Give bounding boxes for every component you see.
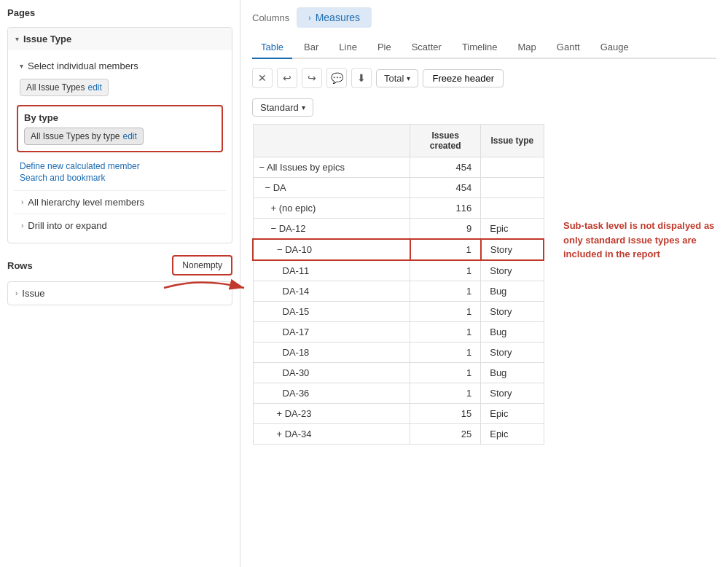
row-label-cell: − DA-12	[253, 219, 410, 240]
cancel-icon[interactable]: ✕	[252, 68, 273, 88]
row-type-cell: Bug	[481, 322, 544, 343]
download-icon[interactable]: ⬇	[351, 68, 372, 88]
measures-arrow-icon: ›	[308, 14, 310, 22]
issue-type-chevron: ▾	[15, 35, 19, 43]
rows-section: Rows Nonempty › Issue	[7, 255, 232, 305]
select-members-chevron: ▾	[20, 62, 23, 70]
main-content: Columns › Measures Table Bar Line Pie Sc…	[240, 0, 728, 567]
select-members-label: Select individual members	[28, 60, 138, 71]
by-type-edit-link[interactable]: edit	[123, 131, 137, 141]
chart-tabs: Table Bar Line Pie Scatter Timeline Map …	[252, 36, 716, 59]
columns-label: Columns	[252, 12, 289, 23]
tab-gantt[interactable]: Gantt	[548, 36, 589, 59]
row-label-cell: DA-15	[253, 302, 410, 322]
pages-title: Pages	[7, 7, 232, 18]
row-type-cell	[481, 157, 544, 178]
issue-label: Issue	[22, 288, 44, 299]
row-label-cell: DA-18	[253, 343, 410, 363]
tab-pie[interactable]: Pie	[369, 36, 400, 59]
row-type-cell: Epic	[481, 219, 544, 240]
columns-section: Columns › Measures	[252, 7, 716, 28]
define-link[interactable]: Define new calculated member	[20, 161, 220, 171]
table-row: + DA-2315Epic	[253, 404, 544, 424]
hierarchy-row[interactable]: › All hierarchy level members	[14, 190, 226, 214]
row-label-cell: DA-14	[253, 281, 410, 302]
drill-row[interactable]: › Drill into or expand	[14, 214, 226, 237]
all-issue-types-text: All Issue Types	[26, 82, 85, 93]
row-label-cell: DA-36	[253, 383, 410, 404]
standard-label: Standard	[260, 102, 299, 113]
rows-header: Rows Nonempty	[7, 255, 232, 275]
all-issue-types-btn[interactable]: All Issue Types edit	[20, 79, 109, 96]
table-row: DA-151Story	[253, 302, 544, 322]
row-value-cell: 1	[410, 322, 481, 343]
total-arrow-icon: ▾	[407, 74, 410, 82]
row-value-cell: 1	[410, 239, 481, 260]
comment-icon[interactable]: 💬	[326, 68, 347, 88]
measures-label: Measures	[316, 12, 360, 23]
row-type-cell: Story	[481, 302, 544, 322]
row-value-cell: 1	[410, 363, 481, 383]
toolbar: ✕ ↩ ↪ 💬 ⬇ Total ▾ Freeze header	[252, 65, 716, 91]
table-row: DA-181Story	[253, 343, 544, 363]
issue-chevron: ›	[15, 289, 17, 297]
row-label-cell: + DA-34	[253, 424, 410, 445]
tab-scatter[interactable]: Scatter	[403, 36, 450, 59]
by-type-box: By type All Issue Types by type edit	[17, 105, 223, 152]
table-row: DA-301Bug	[253, 363, 544, 383]
row-label-cell: − All Issues by epics	[253, 157, 410, 178]
undo-icon[interactable]: ↩	[277, 68, 297, 88]
tab-table[interactable]: Table	[252, 36, 292, 59]
col-header-empty	[253, 125, 410, 157]
row-type-cell: Story	[481, 260, 544, 281]
row-type-cell: Bug	[481, 363, 544, 383]
table-annotation-area: Issues created Issue type − All Issues b…	[252, 124, 716, 445]
table-container: Issues created Issue type − All Issues b…	[252, 124, 544, 445]
columns-header: Columns › Measures	[252, 7, 716, 28]
measures-tag[interactable]: › Measures	[297, 7, 372, 28]
pages-section: Pages	[7, 7, 232, 18]
define-links: Define new calculated member Search and …	[14, 158, 226, 190]
search-link[interactable]: Search and bookmark	[20, 173, 220, 183]
freeze-header-button[interactable]: Freeze header	[423, 69, 504, 87]
select-members-row[interactable]: ▾ Select individual members	[14, 56, 226, 76]
redo-icon[interactable]: ↪	[302, 68, 322, 88]
annotation-text: Sub-task level is not dispalyed as only …	[563, 219, 724, 262]
row-value-cell: 25	[410, 424, 481, 445]
tab-map[interactable]: Map	[509, 36, 545, 59]
row-label-cell: − DA-10	[253, 239, 410, 260]
table-row: DA-361Story	[253, 383, 544, 404]
table-row: − DA-129Epic	[253, 219, 544, 240]
by-type-btn[interactable]: All Issue Types by type edit	[24, 128, 144, 145]
tab-bar[interactable]: Bar	[295, 36, 327, 59]
row-label-cell: DA-30	[253, 363, 410, 383]
row-type-cell: Story	[481, 239, 544, 260]
table-row: + (no epic)116	[253, 198, 544, 219]
row-type-cell: Bug	[481, 281, 544, 302]
row-value-cell: 15	[410, 404, 481, 424]
row-value-cell: 9	[410, 219, 481, 240]
total-dropdown[interactable]: Total ▾	[376, 69, 418, 87]
issue-type-panel: ▾ Issue Type ▾ Select individual members…	[7, 27, 232, 243]
table-row: DA-111Story	[253, 260, 544, 281]
issue-type-label: Issue Type	[23, 34, 71, 44]
row-type-cell: Story	[481, 343, 544, 363]
by-type-btn-text: All Issue Types by type	[31, 131, 120, 141]
hierarchy-chevron: ›	[21, 198, 23, 206]
nonempty-button[interactable]: Nonempty	[172, 255, 232, 275]
row-value-cell: 1	[410, 383, 481, 404]
tab-timeline[interactable]: Timeline	[453, 36, 506, 59]
issue-row[interactable]: › Issue	[7, 281, 232, 305]
all-issue-types-edit-link[interactable]: edit	[87, 82, 101, 93]
row-label-cell: − DA	[253, 178, 410, 198]
row-label-cell: + (no epic)	[253, 198, 410, 219]
issue-type-header[interactable]: ▾ Issue Type	[8, 28, 232, 50]
hierarchy-label: All hierarchy level members	[28, 197, 144, 208]
row-value-cell: 116	[410, 198, 481, 219]
tab-line[interactable]: Line	[330, 36, 366, 59]
standard-dropdown[interactable]: Standard ▾	[252, 98, 313, 117]
rows-title: Rows	[7, 260, 33, 271]
total-label: Total	[384, 73, 404, 84]
data-table: Issues created Issue type − All Issues b…	[252, 124, 544, 445]
tab-gauge[interactable]: Gauge	[592, 36, 638, 59]
